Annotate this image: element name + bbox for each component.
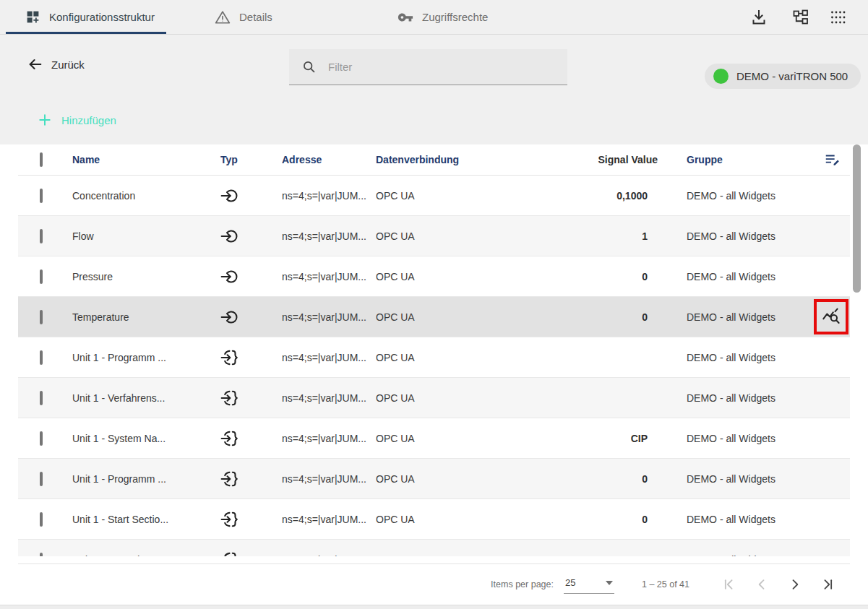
table-row[interactable]: Pressure ns=4;s=|var|JUM... OP xyxy=(18,256,850,297)
table-row[interactable]: Unit 1 - Verfahrens... ns=4;s=|var xyxy=(18,378,850,418)
cell-adresse: ns=4;s=|var|JUM... xyxy=(282,311,376,323)
row-checkbox[interactable] xyxy=(40,350,43,365)
cell-signal-value: 0 xyxy=(510,514,658,525)
cell-datenverbindung: OPC UA xyxy=(376,473,510,485)
status-dot-green xyxy=(713,69,729,84)
table-row[interactable]: Temperature ns=4;s=|var|JUM... xyxy=(18,297,850,337)
cell-adresse: ns=4;s=|var|JUM... xyxy=(282,190,376,202)
download-icon[interactable] xyxy=(750,9,768,26)
column-header-datenverbindung[interactable]: Datenverbindung xyxy=(376,154,510,165)
select-all-checkbox[interactable] xyxy=(40,152,43,167)
string-input-icon xyxy=(220,348,282,367)
cell-adresse: ns=4;s=|var|JUM... xyxy=(282,554,376,557)
cell-name: Unit 1 - Pt Mod... xyxy=(72,554,220,557)
cell-name: Unit 1 - System Na... xyxy=(72,433,220,444)
row-checkbox[interactable] xyxy=(40,512,43,527)
column-header-name[interactable]: Name xyxy=(72,154,220,165)
cell-adresse: ns=4;s=|var|JUM... xyxy=(282,473,376,485)
table-row[interactable]: Flow ns=4;s=|var|JUM... OPC UA xyxy=(18,216,850,256)
table-row[interactable]: Unit 1 - Pt Mod... ns=4;s=|var|JUM xyxy=(18,540,850,556)
row-checkbox[interactable] xyxy=(40,472,43,486)
previous-page-button[interactable] xyxy=(747,570,776,599)
add-button[interactable]: Hinzufügen xyxy=(38,111,116,129)
cell-datenverbindung: OPC UA xyxy=(376,352,510,363)
device-status-pill[interactable]: DEMO - variTRON 500 xyxy=(705,64,861,89)
string-input-icon xyxy=(220,470,282,488)
cell-adresse: ns=4;s=|var|JUM... xyxy=(282,352,376,363)
cell-gruppe: DEMO - all Widgets xyxy=(687,271,813,282)
tab-konfigurationsstruktur[interactable]: Konfigurationsstruktur xyxy=(6,0,166,34)
cell-name: Unit 1 - Programm ... xyxy=(72,473,220,485)
column-header-gruppe[interactable]: Gruppe xyxy=(687,154,813,165)
signal-table: Name Typ Adresse Datenverbindung Signal … xyxy=(18,144,850,604)
cell-gruppe: DEMO - all Widgets xyxy=(687,190,813,202)
next-page-button[interactable] xyxy=(781,570,809,599)
cell-signal-value: 0 xyxy=(510,311,658,323)
cell-datenverbindung: OPC UA xyxy=(376,514,510,525)
signal-input-icon xyxy=(220,267,282,286)
table-scrollbar-thumb[interactable] xyxy=(853,144,861,293)
annotation-red-box xyxy=(814,299,848,334)
cell-signal-value: 1 xyxy=(510,230,658,242)
tab-details[interactable]: Details xyxy=(207,0,280,34)
string-input-icon xyxy=(220,550,282,557)
table-row[interactable]: Unit 1 - Programm ... ns=4;s=|var| xyxy=(18,459,850,499)
filter-input[interactable] xyxy=(327,60,567,74)
back-button[interactable]: Zurück xyxy=(27,56,85,72)
cell-signal-value: CIP xyxy=(510,433,658,444)
cell-datenverbindung: OPC UA xyxy=(376,190,510,202)
edit-columns-icon[interactable] xyxy=(813,152,850,168)
row-checkbox[interactable] xyxy=(40,310,43,324)
last-page-button[interactable] xyxy=(814,570,843,599)
row-checkbox[interactable] xyxy=(40,553,43,557)
cell-signal-value: 0 xyxy=(510,473,658,485)
table-header-row: Name Typ Adresse Datenverbindung Signal … xyxy=(18,144,850,176)
apps-grid-icon[interactable] xyxy=(830,9,847,26)
table-body: Concentration ns=4;s=|var|JUM... xyxy=(18,176,850,556)
items-per-page-label: Items per page: xyxy=(491,579,554,589)
row-checkbox[interactable] xyxy=(40,391,43,405)
cell-datenverbindung: OPC UA xyxy=(376,230,510,242)
first-page-button[interactable] xyxy=(714,570,743,599)
string-input-icon xyxy=(220,389,282,407)
cell-gruppe: DEMO - all Widgets xyxy=(687,352,813,363)
chevron-down-icon xyxy=(606,581,613,585)
column-header-adresse[interactable]: Adresse xyxy=(282,154,376,165)
cell-gruppe: DEMO - all Widgets xyxy=(687,392,813,404)
back-label: Zurück xyxy=(51,59,85,71)
tab-zugriffsrechte[interactable]: Zugriffsrechte xyxy=(390,0,495,34)
cell-name: Unit 1 - Programm ... xyxy=(72,352,220,363)
tab-label: Konfigurationsstruktur xyxy=(49,11,155,23)
filter-field xyxy=(289,49,567,85)
cell-adresse: ns=4;s=|var|JUM... xyxy=(282,392,376,404)
cell-signal-value: 1 xyxy=(510,554,658,557)
key-icon xyxy=(398,9,413,25)
items-per-page-value: 25 xyxy=(565,577,575,588)
table-row[interactable]: Concentration ns=4;s=|var|JUM... xyxy=(18,176,850,216)
cell-name: Flow xyxy=(72,230,220,242)
signal-input-icon xyxy=(220,227,282,246)
cell-datenverbindung: OPC UA xyxy=(376,271,510,282)
cell-signal-value: 0,1000 xyxy=(510,190,658,202)
dashboard-customize-icon xyxy=(25,9,40,25)
tree-structure-icon[interactable] xyxy=(792,9,809,26)
row-checkbox[interactable] xyxy=(40,189,43,203)
cell-name: Unit 1 - Verfahrens... xyxy=(72,392,220,404)
add-button-label: Hinzufügen xyxy=(61,114,116,126)
table-row[interactable]: Unit 1 - Start Sectio... ns=4;s=|v xyxy=(18,499,850,540)
tab-bar: Konfigurationsstruktur Details Zugriffsr… xyxy=(0,0,868,35)
column-header-signal-value[interactable]: Signal Value xyxy=(510,154,658,165)
string-input-icon xyxy=(220,510,282,529)
row-checkbox[interactable] xyxy=(40,229,43,243)
paginator: Items per page: 25 1 – 25 of 41 xyxy=(18,563,850,604)
items-per-page-select[interactable]: 25 xyxy=(564,574,614,594)
plus-icon xyxy=(38,113,52,127)
cell-adresse: ns=4;s=|var|JUM... xyxy=(282,433,376,444)
table-row[interactable]: Unit 1 - System Na... ns=4;s=|var| xyxy=(18,418,850,459)
device-status-label: DEMO - variTRON 500 xyxy=(736,70,848,82)
row-checkbox[interactable] xyxy=(40,269,43,284)
table-row[interactable]: Unit 1 - Programm ... ns=4;s=|var| xyxy=(18,337,850,378)
cell-adresse: ns=4;s=|var|JUM... xyxy=(282,514,376,525)
row-checkbox[interactable] xyxy=(40,431,43,446)
column-header-typ[interactable]: Typ xyxy=(220,154,282,165)
